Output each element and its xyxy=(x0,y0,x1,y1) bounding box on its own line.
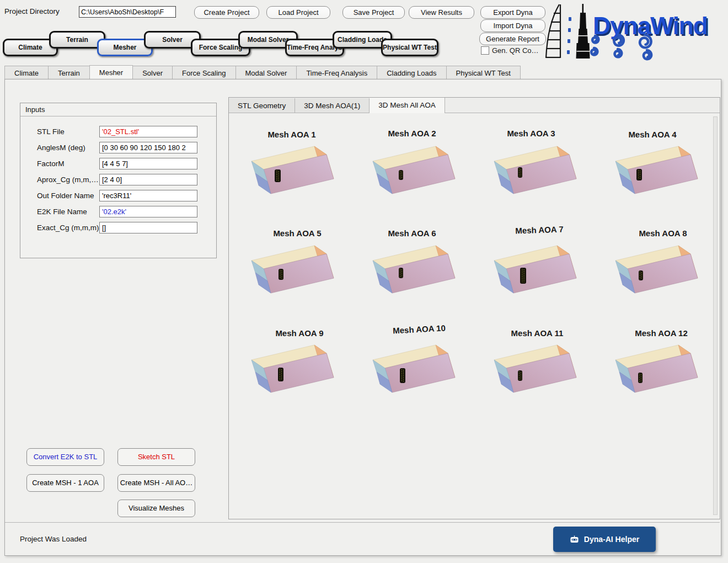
mesh-3d-box xyxy=(371,342,459,394)
button-create-msh-1-aoa[interactable]: Create MSH - 1 AOA xyxy=(26,474,104,492)
mesh-plot-11: Mesh AOA 11 xyxy=(475,324,597,423)
qr-checkbox[interactable] xyxy=(481,46,489,55)
field-label-anglesm-deg: AnglesM (deg) xyxy=(37,144,85,152)
mesh-title-11: Mesh AOA 11 xyxy=(477,328,598,338)
robot-icon xyxy=(570,535,579,544)
vortex-spiral xyxy=(615,49,622,57)
main-tab-bar: ClimateTerrainMesherSolverForce ScalingM… xyxy=(4,65,721,79)
dyna-ai-helper-label: Dyna-AI Helper xyxy=(584,535,639,544)
viewer-tab-3d-mesh-all-aoa[interactable]: 3D Mesh All AOA xyxy=(370,98,445,113)
mesh-3d-box xyxy=(492,143,580,195)
tab-time-freq-analysis[interactable]: Time-Freq Analysis xyxy=(296,66,377,79)
mesh-title-6: Mesh AOA 6 xyxy=(351,229,473,238)
tab-modal-solver[interactable]: Modal Solver xyxy=(235,66,297,79)
mesh-3d-box xyxy=(249,242,338,295)
tab-mesher[interactable]: Mesher xyxy=(89,65,133,80)
tab-physical-wt-test[interactable]: Physical WT Test xyxy=(446,66,521,79)
field-row-stl-file: STL File'02_STL.stl' xyxy=(20,126,216,137)
building-mesh xyxy=(279,269,283,280)
mesh-title-7: Mesh AOA 7 xyxy=(479,223,600,237)
field-input-out-folder-name[interactable]: 'rec3R11' xyxy=(99,190,197,201)
field-input-e2k-file-name[interactable]: '02.e2k' xyxy=(99,206,197,217)
viewer-tab-bar: STL Geometry3D Mesh AOA(1)3D Mesh All AO… xyxy=(229,98,720,113)
building-mesh xyxy=(518,370,522,381)
building-mesh xyxy=(520,268,526,284)
tab-terrain[interactable]: Terrain xyxy=(48,66,90,79)
field-label-stl-file: STL File xyxy=(37,128,65,136)
mesh-3d-box xyxy=(371,143,459,195)
mesh-3d-box xyxy=(492,342,580,394)
button-sketch-stl[interactable]: Sketch STL xyxy=(117,448,195,466)
button-create-msh-all-ao[interactable]: Create MSH - All AO… xyxy=(117,474,195,492)
field-input-factorm[interactable]: [4 4 5 7] xyxy=(99,158,197,169)
building-mesh xyxy=(399,170,403,180)
topbar-button-view-results[interactable]: View Results xyxy=(409,6,474,19)
dynawind-logo: DynaWind DynaWind xyxy=(542,2,727,61)
button-convert-e2k-to-stl[interactable]: Convert E2K to STL xyxy=(26,448,104,466)
mesh-plot-12: Mesh AOA 12 xyxy=(597,324,718,423)
field-label-exact-cg-m-m-m: Exact_Cg (m,m,m) xyxy=(37,224,99,232)
mesh-plot-1: Mesh AOA 1 xyxy=(233,125,354,225)
project-directory-label: Project Directory xyxy=(4,7,60,15)
mesh-3d-box xyxy=(613,342,702,394)
project-directory-input[interactable] xyxy=(79,6,176,18)
mesh-plot-10: Mesh AOA 10 xyxy=(354,324,475,423)
tab-climate[interactable]: Climate xyxy=(4,66,49,79)
field-label-e2k-file-name: E2K File Name xyxy=(37,208,87,216)
button-visualize-meshes[interactable]: Visualize Meshes xyxy=(117,500,195,517)
viewer-scrollbar[interactable] xyxy=(713,116,718,515)
field-row-e2k-file-name: E2K File Name'02.e2k' xyxy=(20,206,216,217)
building-mesh xyxy=(399,268,403,278)
building-mesh xyxy=(278,368,283,381)
building-mesh xyxy=(518,167,522,178)
mesh-title-1: Mesh AOA 1 xyxy=(231,130,352,139)
building-mesh xyxy=(639,270,643,280)
wind-profile-icon xyxy=(546,4,560,58)
topbar-button-import-dyna[interactable]: Import Dyna xyxy=(480,19,545,32)
topbar-button-load-project[interactable]: Load Project xyxy=(266,6,330,19)
mesh-3d-box xyxy=(249,342,338,394)
logo-text: DynaWind xyxy=(593,12,708,40)
vortex-spiral xyxy=(644,50,651,59)
mesh-3d-box xyxy=(371,242,459,295)
field-row-aprox-cg-m-m: Aprox_Cg (m,m,…[2 4 0] xyxy=(20,174,216,185)
field-row-anglesm-deg: AnglesM (deg)[0 30 60 90 120 150 180 2 xyxy=(20,142,216,153)
main-panel: Inputs STL File'02_STL.stl'AnglesM (deg)… xyxy=(4,79,721,556)
field-label-factorm: FactorM xyxy=(37,160,65,168)
tab-solver[interactable]: Solver xyxy=(132,66,173,79)
topbar-button-export-dyna[interactable]: Export Dyna xyxy=(480,6,545,19)
inputs-panel-title: Inputs xyxy=(20,103,216,116)
field-input-aprox-cg-m-m[interactable]: [2 4 0] xyxy=(99,174,197,185)
tower-icon xyxy=(576,4,590,59)
field-label-out-folder-name: Out Folder Name xyxy=(37,192,94,200)
building-mesh xyxy=(638,373,643,383)
nav-button-physical-wt-test[interactable]: Physical WT Test xyxy=(381,39,438,56)
mesh-3d-box xyxy=(492,242,580,295)
mesh-plot-8: Mesh AOA 8 xyxy=(597,225,718,324)
mesh-plot-7: Mesh AOA 7 xyxy=(475,225,597,324)
viewer-tab-3d-mesh-aoa-1[interactable]: 3D Mesh AOA(1) xyxy=(295,98,370,113)
viewer-tab-stl-geometry[interactable]: STL Geometry xyxy=(229,98,295,113)
topbar-button-create-project[interactable]: Create Project xyxy=(194,6,259,19)
mesh-title-3: Mesh AOA 3 xyxy=(470,129,592,138)
field-input-exact-cg-m-m-m[interactable]: [] xyxy=(99,222,197,233)
mesh-plot-5: Mesh AOA 5 xyxy=(233,225,354,324)
mesh-3d-box xyxy=(613,242,702,295)
mesh-plot-4: Mesh AOA 4 xyxy=(597,125,718,225)
tab-force-scaling[interactable]: Force Scaling xyxy=(172,66,235,79)
tab-cladding-loads[interactable]: Cladding Loads xyxy=(377,66,446,79)
mesh-title-4: Mesh AOA 4 xyxy=(592,130,713,139)
mesh-title-12: Mesh AOA 12 xyxy=(601,328,722,338)
field-input-stl-file[interactable]: '02_STL.stl' xyxy=(99,126,197,137)
topbar-button-save-project[interactable]: Save Project xyxy=(342,6,405,19)
dyna-ai-helper-button[interactable]: Dyna-AI Helper xyxy=(553,527,656,552)
mesh-3d-box xyxy=(249,143,338,195)
field-row-out-folder-name: Out Folder Name'rec3R11' xyxy=(20,190,216,201)
building-mesh xyxy=(636,169,642,180)
mesh-title-2: Mesh AOA 2 xyxy=(351,129,473,138)
field-row-exact-cg-m-m-m: Exact_Cg (m,m,m)[] xyxy=(20,222,216,233)
topbar-button-generate-report[interactable]: Generate Report xyxy=(479,33,546,45)
qr-checkbox-label: Gen. QR Co… xyxy=(492,46,539,55)
field-input-anglesm-deg[interactable]: [0 30 60 90 120 150 180 2 xyxy=(99,142,197,153)
vortex-spiral xyxy=(591,48,597,55)
